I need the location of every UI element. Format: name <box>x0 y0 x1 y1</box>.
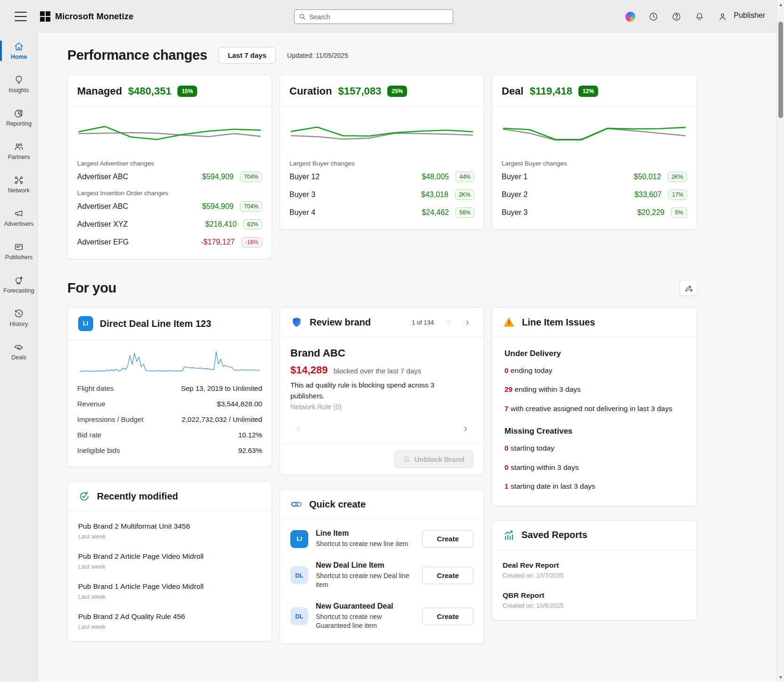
hamburger-menu-icon[interactable] <box>15 12 27 21</box>
change-row: Buyer 3 $20,229 5% <box>502 204 687 222</box>
crystal-ball-icon <box>13 275 24 286</box>
updated-label: Updated: 11/05/2025 <box>287 52 348 59</box>
brand-name: Brand ABC <box>290 347 473 359</box>
clock-icon <box>648 12 658 22</box>
account-button[interactable] <box>717 11 728 22</box>
recent-item[interactable]: Pub Brand 2 Article Page Video Midroll L… <box>68 546 272 576</box>
sidebar-item-publishers[interactable]: Publishers <box>0 237 38 265</box>
people-icon <box>13 141 24 152</box>
detail-row: Impressions / Budget2,022,732,032 / Unli… <box>77 412 262 427</box>
card-title: Line Item Issues <box>522 317 686 328</box>
notifications-button[interactable] <box>694 11 704 22</box>
publication-card-icon <box>13 241 24 253</box>
network-icon <box>13 174 24 186</box>
delta-chip: 17% <box>668 190 687 200</box>
delta-chip: 5% <box>671 207 687 218</box>
pager-prev-button[interactable] <box>442 317 455 329</box>
sidebar-item-deals[interactable]: Deals <box>0 337 38 365</box>
issue-item: 1 starting date in last 3 days <box>504 477 684 496</box>
trend-chart <box>68 106 272 155</box>
help-icon <box>672 12 681 22</box>
blocked-amount: $14,289 <box>290 364 328 376</box>
main-content: Performance changes Last 7 days Updated:… <box>38 33 706 644</box>
delta-chip: 2K% <box>668 172 687 182</box>
sidebar-item-insights[interactable]: Insights <box>0 70 38 98</box>
create-deal-line-item-button[interactable]: Create <box>422 567 473 584</box>
create-guaranteed-deal-button[interactable]: Create <box>422 608 473 625</box>
shield-icon <box>290 316 303 329</box>
scrollbar-thumb[interactable] <box>778 22 783 118</box>
performance-title: Performance changes <box>67 48 207 63</box>
detail-row: Revenue$3,544,828.00 <box>77 396 262 412</box>
carousel-next-button[interactable] <box>459 423 472 435</box>
search-input[interactable] <box>309 13 448 21</box>
copilot-button[interactable] <box>625 11 635 22</box>
top-bar: Microsoft Monetize Publisher <box>0 0 784 33</box>
quick-create-row: DL New Guaranteed Deal Shortcut to creat… <box>280 596 484 637</box>
edit-settings-icon <box>684 284 693 293</box>
recent-item[interactable]: Pub Brand 1 Article Page Video Midroll L… <box>68 576 272 606</box>
rule-description: This ad quality rule is blocking spend a… <box>290 380 446 401</box>
customize-feed-button[interactable] <box>680 280 697 296</box>
saved-reports-card: Saved Reports Deal Rev Report Created on… <box>492 520 697 620</box>
sidebar-item-history[interactable]: History <box>0 304 38 332</box>
group-label: Largest Buyer changes <box>289 160 474 167</box>
card-title: Direct Deal Line Item 123 <box>100 318 261 329</box>
person-icon <box>718 12 728 22</box>
sidebar-item-advertisers[interactable]: Advertisers <box>0 204 38 232</box>
sync-check-icon <box>78 490 90 502</box>
unblock-brand-button[interactable]: Unblock Brand <box>394 451 473 468</box>
issues-section-heading: Missing Creatives <box>504 427 684 436</box>
blocked-amount-suffix: blocked over the last 7 days <box>334 367 421 375</box>
performance-section: Performance changes Last 7 days Updated:… <box>67 47 706 259</box>
guaranteed-deal-icon: DL <box>290 607 308 625</box>
line-item-icon: LI <box>290 530 308 548</box>
sidebar-item-reporting[interactable]: Reporting <box>0 103 38 132</box>
create-line-item-button[interactable]: Create <box>422 530 473 547</box>
change-percent-badge: 25% <box>387 86 407 97</box>
pager-label: 1 of 134 <box>412 319 434 326</box>
app-title: Microsoft Monetize <box>55 12 134 22</box>
sidebar-item-partners[interactable]: Partners <box>0 137 38 165</box>
scroll-down-arrow-icon[interactable]: ▼ <box>777 674 784 681</box>
carousel-prev-button[interactable] <box>292 423 304 435</box>
vertical-scrollbar[interactable]: ▲ ▼ <box>776 0 784 682</box>
line-item-icon: LI <box>78 316 93 331</box>
delta-chip: 82% <box>243 219 262 230</box>
card-title: Curation <box>289 85 332 97</box>
date-range-button[interactable]: Last 7 days <box>218 47 276 63</box>
copilot-icon <box>625 12 635 22</box>
user-role-label[interactable]: Publisher <box>734 11 765 20</box>
quick-create-row: DL New Deal Line Item Shortcut to create… <box>280 555 484 596</box>
direct-deal-line-item-card: LI Direct Deal Line Item 123 Flight date… <box>67 307 272 467</box>
report-chart-icon <box>13 108 24 119</box>
issue-item: 0 starting today <box>504 439 684 458</box>
scroll-up-arrow-icon[interactable]: ▲ <box>777 1 784 8</box>
saved-report-item[interactable]: Deal Rev Report Created on: 10/7/2025 <box>492 555 696 585</box>
card-title: Deal <box>502 85 523 97</box>
bell-icon <box>695 12 704 22</box>
managed-card: Managed $480,351 15% Largest Advertiser … <box>67 75 272 259</box>
sidebar-item-forecasting[interactable]: Forecasting <box>0 270 38 299</box>
sidebar-item-network[interactable]: Network <box>0 170 38 198</box>
recent-item[interactable]: Pub Brand 2 Ad Quality Rule 456 Last wee… <box>68 606 272 636</box>
detail-row: Bid rate10.12% <box>77 427 262 443</box>
card-title: Saved Reports <box>521 530 686 540</box>
delta-chip: 2K% <box>455 190 474 200</box>
history-clock-button[interactable] <box>648 11 658 22</box>
sidebar-item-home[interactable]: Home <box>0 37 38 65</box>
group-label: Largest Buyer changes <box>502 160 687 167</box>
review-brand-card: Review brand 1 of 134 Brand ABC $14,289 … <box>280 307 484 475</box>
blocked-icon <box>403 456 410 463</box>
curation-card: Curation $157,083 25% Largest Buyer chan… <box>280 75 484 230</box>
recent-item[interactable]: Pub Brand 2 Multiformat Unit 3456 Last w… <box>68 516 272 546</box>
link-icon <box>290 498 303 510</box>
search-box[interactable] <box>294 9 453 24</box>
help-button[interactable] <box>671 11 681 22</box>
saved-report-item[interactable]: QBR Report Created on: 10/6/2025 <box>492 585 696 615</box>
change-row: Buyer 1 $50,012 2K% <box>502 168 687 186</box>
delta-chip: -16% <box>241 237 262 247</box>
pager-next-button[interactable] <box>461 317 473 329</box>
history-icon <box>13 308 24 319</box>
topbar-actions <box>625 0 728 33</box>
